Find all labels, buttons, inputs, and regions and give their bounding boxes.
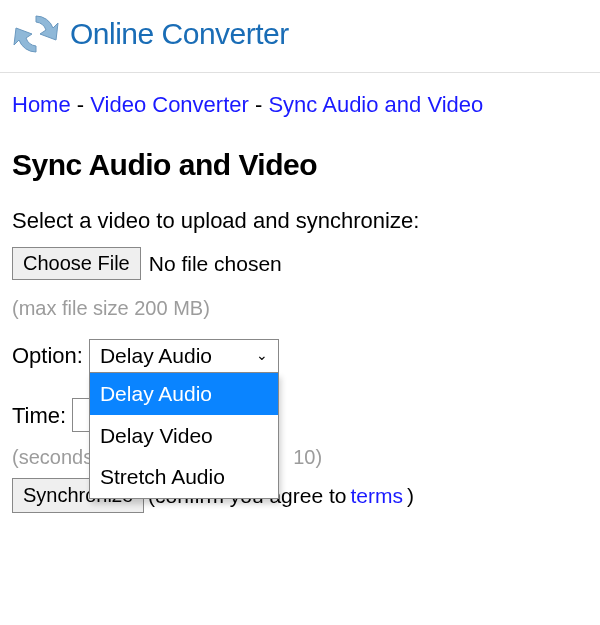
breadcrumb-home-link[interactable]: Home — [12, 92, 71, 117]
chevron-down-icon: ⌄ — [256, 344, 268, 368]
option-item-stretch-audio[interactable]: Stretch Audio — [90, 456, 278, 498]
breadcrumb: Home - Video Converter - Sync Audio and … — [0, 73, 600, 122]
file-size-hint: (max file size 200 MB) — [12, 291, 588, 325]
time-hint-right: 10) — [293, 440, 322, 474]
refresh-arrows-icon — [12, 10, 60, 58]
option-selected-value: Delay Audio — [100, 338, 212, 374]
breadcrumb-current-link[interactable]: Sync Audio and Video — [268, 92, 483, 117]
time-label: Time: — [12, 397, 66, 434]
breadcrumb-separator: - — [255, 92, 262, 117]
option-item-delay-audio[interactable]: Delay Audio — [90, 373, 278, 415]
file-status-text: No file chosen — [149, 246, 282, 282]
time-hint-left: (seconds — [12, 440, 93, 474]
confirm-text-suffix: ) — [407, 478, 414, 514]
upload-instruction: Select a video to upload and synchronize… — [12, 198, 588, 239]
choose-file-button[interactable]: Choose File — [12, 247, 141, 280]
site-title[interactable]: Online Converter — [70, 17, 289, 51]
breadcrumb-video-converter-link[interactable]: Video Converter — [90, 92, 249, 117]
option-dropdown: Delay Audio Delay Video Stretch Audio — [89, 372, 279, 499]
breadcrumb-separator: - — [77, 92, 84, 117]
option-item-delay-video[interactable]: Delay Video — [90, 415, 278, 457]
site-header: Online Converter — [0, 0, 600, 73]
terms-link[interactable]: terms — [351, 478, 404, 514]
page-title: Sync Audio and Video — [0, 122, 600, 198]
option-select[interactable]: Delay Audio ⌄ — [89, 339, 279, 373]
option-label: Option: — [12, 337, 83, 374]
